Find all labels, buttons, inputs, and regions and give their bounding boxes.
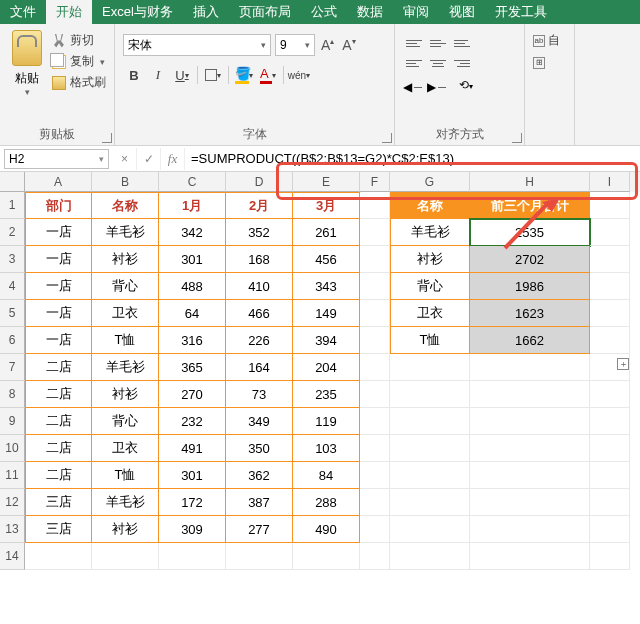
cell[interactable] <box>360 489 390 516</box>
cell[interactable]: 2702 <box>470 246 590 273</box>
row-header[interactable]: 5 <box>0 300 25 327</box>
cell[interactable]: T恤 <box>390 327 470 354</box>
row-header[interactable]: 10 <box>0 435 25 462</box>
cell[interactable]: 301 <box>159 246 226 273</box>
menu-view[interactable]: 视图 <box>439 0 485 24</box>
row-header[interactable]: 12 <box>0 489 25 516</box>
cell[interactable] <box>360 300 390 327</box>
cell[interactable]: 1月 <box>159 192 226 219</box>
cell[interactable]: 一店 <box>25 273 92 300</box>
cell[interactable]: 491 <box>159 435 226 462</box>
fx-button[interactable]: fx <box>161 148 185 170</box>
increase-font-button[interactable]: A▴ <box>319 37 336 53</box>
cell[interactable] <box>470 354 590 381</box>
cell[interactable]: 73 <box>226 381 293 408</box>
italic-button[interactable]: I <box>147 64 169 86</box>
copy-button[interactable]: 复制▾ <box>52 53 106 70</box>
cut-button[interactable]: 剪切 <box>52 32 106 49</box>
cell[interactable] <box>360 435 390 462</box>
cell[interactable]: 352 <box>226 219 293 246</box>
cell[interactable] <box>590 192 630 219</box>
col-header[interactable]: I <box>590 172 630 192</box>
cell[interactable]: 456 <box>293 246 360 273</box>
row-header[interactable]: 13 <box>0 516 25 543</box>
col-header[interactable]: D <box>226 172 293 192</box>
cell[interactable] <box>360 408 390 435</box>
col-header[interactable]: E <box>293 172 360 192</box>
cell[interactable] <box>470 516 590 543</box>
cell[interactable] <box>92 543 159 570</box>
cell[interactable]: 卫衣 <box>92 435 159 462</box>
menu-formula[interactable]: 公式 <box>301 0 347 24</box>
cell[interactable]: T恤 <box>92 327 159 354</box>
cell[interactable]: 387 <box>226 489 293 516</box>
cell[interactable]: 名称 <box>92 192 159 219</box>
cell[interactable]: 一店 <box>25 246 92 273</box>
cell[interactable] <box>360 354 390 381</box>
cell[interactable]: 261 <box>293 219 360 246</box>
cell[interactable]: 270 <box>159 381 226 408</box>
cell[interactable]: 350 <box>226 435 293 462</box>
cell[interactable] <box>590 219 630 246</box>
cell[interactable]: 466 <box>226 300 293 327</box>
cell[interactable]: 二店 <box>25 462 92 489</box>
cell[interactable]: 三店 <box>25 489 92 516</box>
underline-button[interactable]: U▾ <box>171 64 193 86</box>
cell[interactable]: 羊毛衫 <box>390 219 470 246</box>
cell[interactable] <box>470 543 590 570</box>
cell[interactable] <box>390 381 470 408</box>
cell[interactable]: 1623 <box>470 300 590 327</box>
cell[interactable] <box>470 489 590 516</box>
cell[interactable]: 349 <box>226 408 293 435</box>
row-header[interactable]: 4 <box>0 273 25 300</box>
cell[interactable]: 衬衫 <box>390 246 470 273</box>
cell[interactable] <box>360 192 390 219</box>
align-right-button[interactable] <box>451 54 473 72</box>
cell[interactable] <box>159 543 226 570</box>
cell[interactable] <box>360 516 390 543</box>
cell[interactable]: 三店 <box>25 516 92 543</box>
col-header[interactable]: C <box>159 172 226 192</box>
cell[interactable] <box>590 516 630 543</box>
decrease-font-button[interactable]: A▾ <box>340 37 357 53</box>
cell[interactable]: 119 <box>293 408 360 435</box>
font-color-button[interactable]: A▾ <box>257 64 279 86</box>
cell[interactable]: 2535 <box>470 219 590 246</box>
cell[interactable] <box>360 381 390 408</box>
cell[interactable]: 背心 <box>92 273 159 300</box>
font-launcher[interactable] <box>382 133 392 143</box>
cell[interactable]: 103 <box>293 435 360 462</box>
cell[interactable] <box>390 408 470 435</box>
cell[interactable] <box>590 300 630 327</box>
cell[interactable]: 前三个月合计 <box>470 192 590 219</box>
align-center-button[interactable] <box>427 54 449 72</box>
cell[interactable]: 一店 <box>25 300 92 327</box>
cell[interactable]: 一店 <box>25 327 92 354</box>
cell[interactable]: 316 <box>159 327 226 354</box>
merge-button[interactable]: ⊞ <box>533 57 566 69</box>
cell[interactable]: 342 <box>159 219 226 246</box>
cell[interactable]: 1662 <box>470 327 590 354</box>
col-header[interactable]: H <box>470 172 590 192</box>
autofill-handle[interactable]: ＋ <box>617 358 629 370</box>
enter-formula-button[interactable]: ✓ <box>137 148 161 170</box>
cell[interactable]: 衬衫 <box>92 381 159 408</box>
cell[interactable]: 羊毛衫 <box>92 219 159 246</box>
cell[interactable]: 卫衣 <box>92 300 159 327</box>
cell[interactable] <box>590 246 630 273</box>
bold-button[interactable]: B <box>123 64 145 86</box>
menu-dev[interactable]: 开发工具 <box>485 0 557 24</box>
font-size-select[interactable]: 9▾ <box>275 34 315 56</box>
name-box[interactable]: H2▾ <box>4 149 109 169</box>
cell[interactable]: 羊毛衫 <box>92 489 159 516</box>
cell[interactable]: 二店 <box>25 408 92 435</box>
cell[interactable]: 羊毛衫 <box>92 354 159 381</box>
cell[interactable]: 背心 <box>92 408 159 435</box>
cell[interactable]: 64 <box>159 300 226 327</box>
cell[interactable]: 232 <box>159 408 226 435</box>
cell[interactable]: 84 <box>293 462 360 489</box>
cell[interactable] <box>590 273 630 300</box>
cell[interactable]: 288 <box>293 489 360 516</box>
col-header[interactable]: A <box>25 172 92 192</box>
cell[interactable] <box>390 516 470 543</box>
